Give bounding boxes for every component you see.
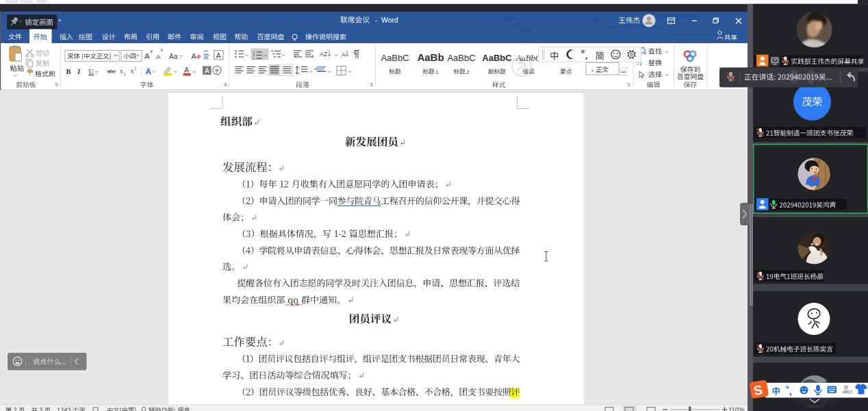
svg-text:A: A <box>156 53 161 60</box>
svg-text:B: B <box>66 68 71 75</box>
svg-text:2: 2 <box>134 66 136 71</box>
svg-text:110%: 110% <box>728 406 745 411</box>
svg-text:AaBbC: AaBbC <box>482 53 512 63</box>
svg-text:,: , <box>585 51 587 61</box>
svg-text:A: A <box>192 52 196 60</box>
svg-text:A: A <box>184 66 189 74</box>
svg-text:A: A <box>146 67 151 75</box>
svg-text:2: 2 <box>466 69 470 75</box>
svg-text:A: A <box>205 67 209 75</box>
svg-text:,: , <box>789 385 792 397</box>
svg-text:U: U <box>89 68 94 75</box>
svg-text:x: x <box>120 67 123 75</box>
svg-text:1: 1 <box>435 69 439 75</box>
svg-text:AaBbC: AaBbC <box>447 53 475 63</box>
svg-text:A: A <box>342 51 346 58</box>
svg-text:AaBbC: AaBbC <box>515 53 541 63</box>
svg-text:Z: Z <box>324 51 327 58</box>
svg-text:- Word: - Word <box>373 16 398 24</box>
svg-text:Aa: Aa <box>169 53 178 60</box>
svg-text:AaBb: AaBb <box>417 51 444 63</box>
svg-text:x: x <box>131 67 134 75</box>
svg-text:2: 2 <box>124 71 126 76</box>
svg-text:A: A <box>144 52 150 60</box>
svg-text:A: A <box>216 52 221 60</box>
svg-text:AaBbC: AaBbC <box>381 53 409 63</box>
